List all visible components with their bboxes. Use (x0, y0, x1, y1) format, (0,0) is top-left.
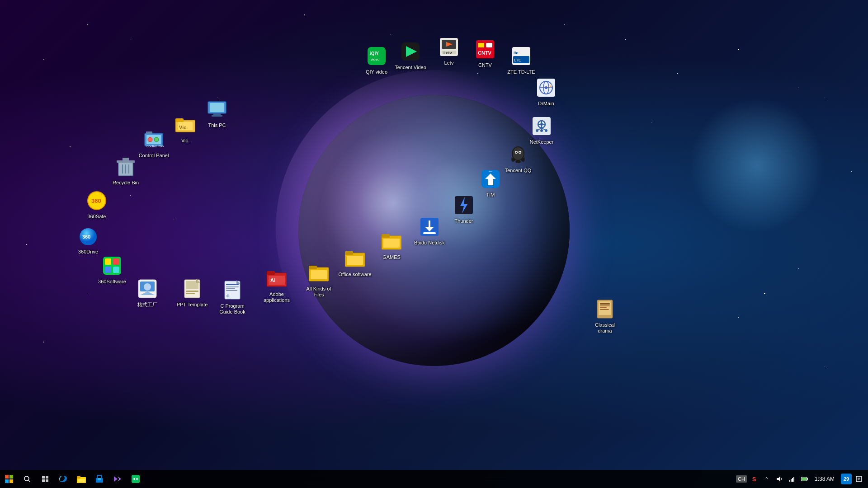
adobe-applications-icon: Ai (266, 267, 288, 289)
svg-rect-114 (5, 479, 9, 483)
icon-adobe-applications[interactable]: Ai Adobe applications (259, 267, 295, 304)
taskbar-file-explorer-button[interactable] (72, 470, 90, 488)
icon-netkeeper[interactable]: NetKeeper (524, 115, 560, 145)
svg-point-68 (519, 152, 521, 153)
action-center-icon[interactable] (854, 474, 864, 484)
icon-360drive[interactable]: 360 360Drive (70, 225, 106, 255)
svg-point-31 (144, 283, 151, 291)
svg-rect-119 (46, 476, 48, 479)
icon-classical-drama[interactable]: Classical drama (587, 298, 623, 334)
drMain-icon (535, 77, 557, 99)
all-kinds-of-files-label: All Kinds of Files (301, 286, 337, 298)
antivirus-icon[interactable]: S (749, 474, 760, 484)
svg-rect-118 (42, 476, 45, 479)
icon-games[interactable]: GAMES (373, 230, 410, 261)
svg-rect-58 (423, 232, 436, 234)
svg-rect-27 (105, 267, 111, 273)
taskbar-search-button[interactable] (18, 470, 36, 488)
vic-icon: Vic (175, 114, 196, 136)
letv-icon: Letv (438, 36, 460, 58)
battery-icon[interactable] (799, 474, 810, 484)
icon-drMain[interactable]: DrMain (528, 77, 564, 107)
clock[interactable]: 1:38 AM (812, 476, 837, 482)
icon-letv[interactable]: Letv Letv (431, 36, 467, 66)
start-button[interactable] (0, 470, 18, 488)
360safe-icon: 360 (86, 190, 108, 211)
taskbar-middle (145, 470, 732, 488)
notification-badge[interactable]: 29 (841, 474, 852, 484)
icon-360safe[interactable]: 360 360Safe (79, 190, 115, 220)
svg-rect-2 (123, 158, 129, 160)
icon-all-kinds-of-files[interactable]: All Kinds of Files (301, 262, 337, 298)
taskbar-vs-button[interactable] (108, 470, 127, 488)
recycle-bin-icon (115, 156, 137, 178)
icon-office-software[interactable]: Office software (337, 248, 373, 278)
icon-baidu-netdisk[interactable]: Baidu Netdisk (411, 216, 448, 246)
icon-c-program-guide[interactable]: C C Program Guide Book (214, 279, 250, 315)
geishi-factory-icon (137, 278, 158, 300)
ime-indicator[interactable]: CH (736, 475, 747, 483)
taskbar-store-button[interactable] (90, 470, 108, 488)
icon-vic[interactable]: Vic Vic. (167, 114, 203, 144)
svg-rect-7 (210, 103, 224, 112)
svg-rect-110 (600, 307, 607, 308)
tencent-qq-icon (507, 144, 529, 165)
svg-point-87 (550, 85, 552, 87)
svg-text:360: 360 (82, 234, 90, 239)
qiy-video-icon: iQIY video (366, 45, 387, 67)
icon-thunder[interactable]: Thunder (446, 194, 482, 225)
icon-recycle-bin[interactable]: Recycle Bin (108, 156, 144, 186)
chevron-up-icon[interactable]: ^ (761, 474, 772, 484)
svg-rect-112 (5, 475, 9, 479)
svg-point-17 (154, 137, 159, 142)
svg-rect-108 (600, 303, 610, 305)
icon-tencent-qq[interactable]: Tencent QQ (500, 144, 536, 174)
svg-rect-8 (213, 113, 221, 115)
svg-text:Ai: Ai (270, 277, 275, 283)
svg-rect-37 (226, 284, 239, 285)
tim-icon (480, 168, 501, 190)
icon-geishi-factory[interactable]: 格式工厂 (129, 278, 165, 308)
icon-tencent-video[interactable]: Tencent Video (392, 41, 429, 71)
thunder-label: Thunder (454, 218, 474, 225)
icon-this-pc[interactable]: This PC (199, 99, 235, 129)
taskbar-wechat-button[interactable] (127, 470, 145, 488)
svg-text:video: video (371, 57, 380, 61)
svg-point-16 (148, 137, 152, 142)
netkeeper-icon (531, 115, 552, 137)
svg-rect-134 (792, 478, 793, 482)
svg-text:360: 360 (91, 197, 101, 204)
svg-rect-128 (132, 475, 140, 483)
icon-qiy-video[interactable]: iQIY video QIY video (359, 45, 395, 75)
adobe-applications-label: Adobe applications (259, 291, 295, 304)
svg-point-74 (540, 123, 543, 126)
volume-icon[interactable] (774, 474, 785, 484)
svg-text:Control Panel: Control Panel (146, 145, 164, 148)
tencent-video-icon (400, 41, 421, 62)
svg-rect-25 (105, 258, 111, 265)
svg-rect-50 (345, 251, 353, 255)
svg-rect-48 (311, 270, 327, 279)
icon-cntv[interactable]: CNTV CNTV (467, 38, 503, 69)
svg-rect-120 (42, 479, 45, 482)
icon-360software[interactable]: 360Software (94, 255, 130, 285)
network-icon[interactable] (787, 474, 797, 484)
taskbar-task-view-button[interactable] (36, 470, 54, 488)
icon-zte-td-lte[interactable]: ite LTE ZTE TD-LTE (503, 45, 539, 75)
360software-label: 360Software (97, 278, 127, 285)
icon-control-panel[interactable]: Control Panel Control Panel (136, 129, 172, 159)
svg-point-116 (24, 476, 29, 481)
taskbar-edge-button[interactable] (54, 470, 72, 488)
taskbar-system-tray: CH S ^ (732, 474, 868, 484)
svg-rect-18 (146, 131, 152, 134)
svg-rect-93 (478, 43, 484, 47)
vic-label: Vic. (180, 137, 190, 144)
icon-ppt-template[interactable]: PPT Template (174, 278, 210, 308)
svg-rect-138 (802, 478, 807, 480)
svg-rect-39 (226, 288, 235, 289)
tencent-video-label: Tencent Video (394, 64, 427, 71)
svg-point-69 (515, 160, 521, 163)
svg-rect-28 (113, 267, 119, 273)
time-display: 1:38 AM (815, 476, 835, 482)
360software-icon (101, 255, 123, 277)
